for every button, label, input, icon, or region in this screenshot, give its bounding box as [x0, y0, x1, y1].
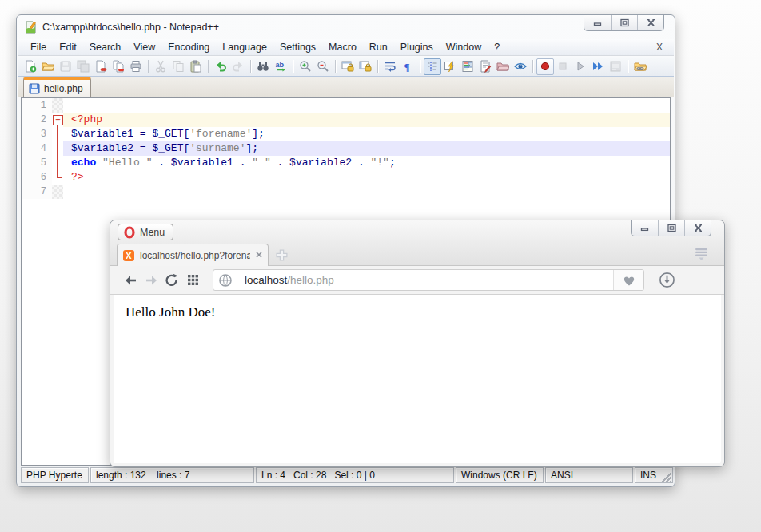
- back-button[interactable]: [120, 270, 141, 291]
- fold-marker-open[interactable]: [52, 113, 63, 127]
- monitor-button[interactable]: [512, 58, 529, 75]
- notepadpp-window-controls: [584, 15, 664, 31]
- menu-view[interactable]: View: [127, 40, 161, 54]
- macro-play-button[interactable]: [572, 58, 589, 75]
- macro-save-icon: [609, 60, 622, 73]
- show-all-characters-button[interactable]: ¶: [399, 58, 416, 75]
- zoom-out-icon: [317, 60, 329, 73]
- menu-help[interactable]: ?: [488, 40, 506, 54]
- undo-button[interactable]: [212, 58, 229, 75]
- print-button[interactable]: [127, 58, 145, 75]
- code-line-2[interactable]: 2<?php: [22, 113, 670, 127]
- macro-run-multiple-icon: [592, 60, 604, 73]
- menu-encoding[interactable]: Encoding: [161, 40, 216, 54]
- function-completion-button[interactable]: [441, 58, 459, 75]
- toolbar-separator: [335, 60, 336, 73]
- show-all-characters-icon: ¶: [401, 60, 414, 73]
- fold-marker-line: [52, 141, 63, 156]
- url-text[interactable]: localhost/hello.php: [237, 274, 613, 286]
- notepadpp-tabbar: hello.php: [18, 77, 674, 97]
- zoom-out-button[interactable]: [314, 58, 332, 75]
- code-line-7[interactable]: 7: [22, 185, 670, 199]
- code-line-4[interactable]: 4$variable2 = $_GET['surname'];: [22, 141, 670, 156]
- menu-language[interactable]: Language: [216, 40, 273, 54]
- find-button[interactable]: [254, 58, 272, 75]
- paste-button[interactable]: [187, 58, 205, 75]
- site-badge-icon[interactable]: [213, 270, 237, 290]
- opera-menu-button[interactable]: Menu: [118, 224, 173, 240]
- function-list-button[interactable]: [476, 58, 494, 75]
- save-button[interactable]: [57, 58, 74, 75]
- opera-window: Menu X localhost/hello.php?forena localh…: [110, 220, 725, 467]
- sync-horizontal-scroll-button[interactable]: [357, 58, 374, 75]
- notepadpp-window-title: C:\xampp\htdocs\hello.php - Notepad++: [42, 22, 219, 33]
- toolbar-separator: [208, 60, 209, 73]
- notepadpp-maximize-button[interactable]: [611, 15, 637, 30]
- redo-button[interactable]: [229, 58, 247, 75]
- document-map-button[interactable]: [459, 58, 476, 75]
- fold-margin: [52, 185, 63, 199]
- document-tab-hello-php[interactable]: hello.php: [23, 77, 91, 97]
- download-button[interactable]: [655, 269, 678, 292]
- browser-tab-localhost[interactable]: X localhost/hello.php?forena: [117, 244, 269, 266]
- sync-vertical-scroll-button[interactable]: [339, 58, 357, 75]
- code-text: [63, 98, 670, 113]
- speed-dial-button[interactable]: [182, 270, 203, 291]
- new-file-button[interactable]: [22, 58, 39, 75]
- bookmark-heart-button[interactable]: [613, 270, 643, 290]
- menu-edit[interactable]: Edit: [53, 40, 83, 54]
- save-all-icon: [77, 60, 90, 73]
- opera-minimize-button[interactable]: [632, 220, 658, 236]
- indent-guide-button[interactable]: [424, 58, 441, 75]
- monitor-icon: [514, 60, 527, 73]
- opera-maximize-button[interactable]: [658, 220, 684, 236]
- open-containing-folder-button[interactable]: [632, 58, 649, 75]
- code-line-6[interactable]: 6?>: [22, 170, 670, 185]
- sync-horizontal-scroll-icon: [359, 60, 372, 73]
- open-file-button[interactable]: [39, 58, 57, 75]
- notepadpp-close-button[interactable]: [637, 15, 663, 30]
- zoom-in-button[interactable]: [297, 58, 314, 75]
- notepadpp-titlebar[interactable]: C:\xampp\htdocs\hello.php - Notepad++: [17, 15, 675, 39]
- menu-window[interactable]: Window: [440, 40, 488, 54]
- code-text: echo "Hello " . $variable1 . " " . $vari…: [63, 156, 670, 170]
- word-wrap-button[interactable]: [381, 58, 399, 75]
- menu-file[interactable]: File: [24, 40, 53, 54]
- document-close-x-button[interactable]: X: [651, 41, 667, 54]
- url-field[interactable]: localhost/hello.php: [213, 269, 644, 291]
- opera-close-button[interactable]: [684, 220, 711, 236]
- close-file-button[interactable]: [92, 58, 110, 75]
- code-text: <?php: [63, 113, 670, 127]
- save-all-button[interactable]: [74, 58, 92, 75]
- tab-menu-icon[interactable]: [694, 247, 710, 261]
- code-line-3[interactable]: 3$variable1 = $_GET['forename'];: [22, 127, 670, 141]
- forward-button[interactable]: [141, 270, 161, 291]
- macro-run-multiple-button[interactable]: [589, 58, 607, 75]
- copy-button[interactable]: [169, 58, 187, 75]
- tab-close-icon[interactable]: [255, 250, 263, 261]
- macro-record-button[interactable]: [536, 58, 554, 75]
- new-tab-button[interactable]: [275, 248, 289, 262]
- macro-save-button[interactable]: [607, 58, 624, 75]
- notepadpp-minimize-button[interactable]: [584, 15, 611, 30]
- replace-button[interactable]: ab: [272, 58, 289, 75]
- paste-icon: [189, 60, 202, 73]
- fold-margin: [52, 98, 63, 113]
- reload-button[interactable]: [161, 270, 182, 291]
- menu-search[interactable]: Search: [83, 40, 128, 54]
- menu-macro[interactable]: Macro: [322, 40, 363, 54]
- status-cell-4: ANSI: [545, 467, 633, 483]
- cut-button[interactable]: [152, 58, 169, 75]
- browser-viewport: Hello John Doe!: [114, 295, 721, 463]
- code-line-1[interactable]: 1: [22, 98, 670, 113]
- menu-settings[interactable]: Settings: [273, 40, 322, 54]
- menu-plugins[interactable]: Plugins: [394, 40, 440, 54]
- menu-run[interactable]: Run: [363, 40, 394, 54]
- macro-record-icon: [539, 60, 552, 73]
- code-line-5[interactable]: 5echo "Hello " . $variable1 . " " . $var…: [22, 156, 670, 170]
- folder-as-workspace-button[interactable]: [494, 58, 512, 75]
- toolbar-separator: [532, 60, 533, 73]
- close-all-files-button[interactable]: [110, 58, 127, 75]
- document-map-icon: [461, 60, 474, 73]
- macro-stop-button[interactable]: [554, 58, 572, 75]
